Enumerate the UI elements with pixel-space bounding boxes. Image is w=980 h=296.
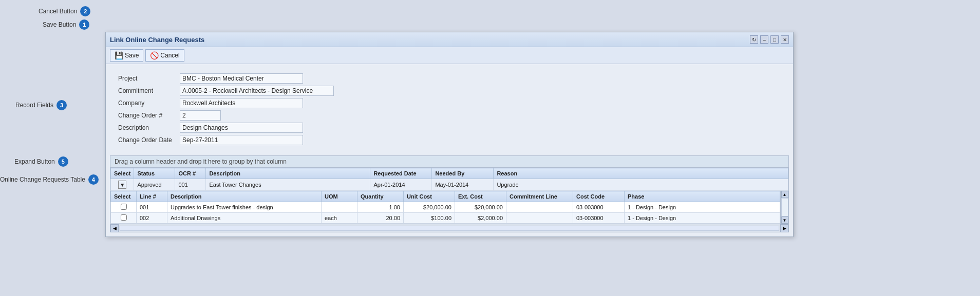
reason-cell: Upgrade	[494, 179, 788, 191]
sub-qty-1: 20.00	[357, 213, 404, 224]
commitment-input[interactable]	[180, 86, 334, 96]
save-button[interactable]: 💾 Save	[110, 49, 143, 62]
sub-table-container: Select Line # Description UOM Quantity U…	[110, 191, 788, 224]
date-input[interactable]	[180, 135, 303, 145]
company-label: Company	[118, 100, 180, 107]
project-label: Project	[118, 75, 180, 82]
horizontal-scrollbar: ◀ ▶	[110, 224, 788, 232]
sub-uom-0	[322, 202, 357, 213]
sub-desc-0: Upgrades to East Tower finishes - design	[167, 202, 322, 213]
dialog-controls: ↻ – □ ✕	[750, 35, 789, 44]
sub-col-code: Cost Code	[573, 191, 625, 202]
scroll-left-button[interactable]: ◀	[110, 224, 119, 232]
dialog-content: Project Commitment Company Change Order …	[106, 64, 793, 236]
cancel-icon: 🚫	[150, 51, 158, 60]
dialog-title: Link Online Change Requests	[110, 36, 204, 44]
sub-commit-1	[506, 213, 573, 224]
sub-commit-0	[506, 202, 573, 213]
expand-cell: ▼	[111, 179, 134, 191]
table-row: ▼ Approved 001 East Tower Changes Apr-01…	[111, 179, 788, 191]
link-ocr-dialog: Link Online Change Requests ↻ – □ ✕ 💾 Sa…	[105, 32, 794, 237]
form-section: Project Commitment Company Change Order …	[110, 68, 789, 152]
cancel-button[interactable]: 🚫 Cancel	[145, 49, 184, 62]
save-label: Save	[125, 52, 139, 59]
record-fields-num: 3	[56, 100, 67, 110]
sub-line-1: 002	[137, 213, 167, 224]
change-order-label: Change Order #	[118, 112, 180, 119]
status-cell: Approved	[134, 179, 175, 191]
record-fields-callout: Record Fields 3	[15, 100, 67, 110]
save-icon: 💾	[115, 51, 123, 60]
cancel-button-callout-label: Cancel Button	[39, 8, 77, 15]
scroll-track-h	[120, 226, 779, 231]
sub-ext-1: $2,000.00	[455, 213, 506, 224]
sub-col-uom: UOM	[322, 191, 357, 202]
sub-table-scroll: Select Line # Description UOM Quantity U…	[110, 191, 780, 224]
cancel-label: Cancel	[160, 52, 179, 59]
form-row-date: Change Order Date	[118, 135, 781, 145]
sub-col-select: Select	[111, 191, 137, 202]
sub-col-phase: Phase	[625, 191, 780, 202]
expand-button-callout: Expand Button 5	[14, 156, 68, 167]
description-input[interactable]	[180, 123, 303, 133]
project-input[interactable]	[180, 73, 303, 84]
dialog-titlebar: Link Online Change Requests ↻ – □ ✕	[106, 32, 793, 47]
sub-ext-0: $20,000.00	[455, 202, 506, 213]
form-row-project: Project	[118, 73, 781, 84]
sub-checkbox-1[interactable]	[121, 214, 127, 221]
col-status: Status	[134, 168, 175, 179]
scroll-up-button[interactable]: ▲	[781, 191, 788, 198]
refresh-button[interactable]: ↻	[750, 35, 758, 44]
sub-code-1: 03-003000	[573, 213, 625, 224]
save-button-num: 1	[79, 19, 89, 30]
sub-checkbox-0[interactable]	[121, 204, 127, 210]
ocr-table-label: Online Change Requests Table	[0, 176, 85, 183]
minimize-button[interactable]: –	[760, 35, 768, 44]
change-order-input[interactable]	[180, 110, 221, 121]
vertical-scrollbar[interactable]: ▲ ▼	[780, 191, 788, 224]
expand-button-num: 5	[58, 156, 68, 167]
scroll-right-button[interactable]: ▶	[780, 224, 788, 232]
record-fields-label: Record Fields	[15, 102, 53, 109]
sub-col-ext: Ext. Cost	[455, 191, 506, 202]
sub-col-commitment: Commitment Line	[506, 191, 573, 202]
col-description: Description	[206, 168, 370, 179]
expand-button[interactable]: ▼	[118, 181, 126, 189]
sub-col-line: Line #	[137, 191, 167, 202]
save-button-callout-label: Save Button	[43, 21, 76, 28]
col-ocr: OCR #	[175, 168, 206, 179]
form-row-company: Company	[118, 98, 781, 108]
ocr-table-callout: Online Change Requests Table 4	[0, 174, 99, 185]
col-select: Select	[111, 168, 134, 179]
expand-button-label: Expand Button	[14, 158, 55, 165]
sub-col-unit: Unit Cost	[404, 191, 455, 202]
commitment-label: Commitment	[118, 87, 180, 94]
form-row-commitment: Commitment	[118, 86, 781, 96]
scroll-track-v	[781, 198, 788, 216]
sub-select-cell-1	[111, 213, 137, 224]
ocr-table-num: 4	[88, 174, 99, 185]
req-date-cell: Apr-01-2014	[370, 179, 432, 191]
cancel-button-num: 2	[80, 6, 90, 16]
form-row-description: Description	[118, 123, 781, 133]
scroll-down-button[interactable]: ▼	[781, 216, 788, 224]
desc-cell: East Tower Changes	[206, 179, 370, 191]
close-button[interactable]: ✕	[781, 35, 789, 44]
main-table-header-row: Select Status OCR # Description Requeste…	[111, 168, 788, 179]
date-label: Change Order Date	[118, 136, 180, 144]
sub-desc-1: Additional Drawings	[167, 213, 322, 224]
description-label: Description	[118, 124, 180, 131]
sub-uom-1: each	[322, 213, 357, 224]
save-button-callout: Save Button 1	[43, 19, 89, 30]
ocr-num-cell: 001	[175, 179, 206, 191]
sub-phase-1: 1 - Design - Design	[625, 213, 780, 224]
company-input[interactable]	[180, 98, 303, 108]
sub-code-0: 03-003000	[573, 202, 625, 213]
sub-table: Select Line # Description UOM Quantity U…	[110, 191, 780, 224]
sub-table-header-row: Select Line # Description UOM Quantity U…	[111, 191, 780, 202]
sub-unit-1: $100.00	[404, 213, 455, 224]
sub-select-cell-0	[111, 202, 137, 213]
restore-button[interactable]: □	[770, 35, 779, 44]
sub-unit-0: $20,000.00	[404, 202, 455, 213]
toolbar: 💾 Save 🚫 Cancel	[106, 47, 793, 64]
